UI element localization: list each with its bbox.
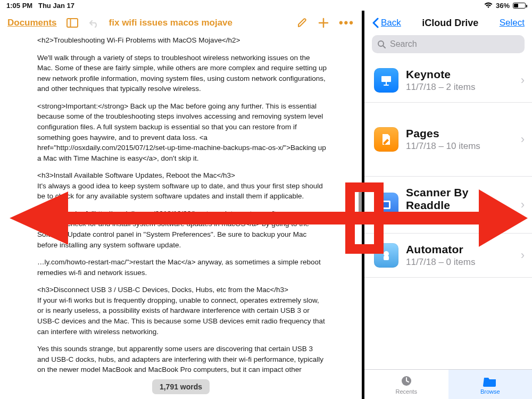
search-icon [377, 40, 386, 48]
search-placeholder: Search [390, 39, 417, 49]
doc-paragraph: You can <a href="http://osxdaily.com/201… [37, 209, 327, 250]
file-item-scanner[interactable]: Scanner By Readdle 11/7/18 – 7 items › [364, 177, 532, 234]
word-count-pill[interactable]: 1,791 words [152, 379, 210, 394]
chevron-right-icon: › [521, 73, 525, 87]
doc-paragraph: <h3>Install Available Software Updates, … [37, 170, 327, 202]
file-name: Keynote [406, 68, 513, 81]
tab-browse[interactable]: Browse [448, 370, 533, 399]
file-meta: 11/7/18 – 7 items [406, 213, 513, 223]
clock-icon [400, 375, 413, 387]
format-brush-icon[interactable] [296, 17, 308, 29]
svg-rect-7 [386, 82, 387, 85]
battery-percent: 36% [496, 2, 510, 10]
file-meta: 11/7/18 – 0 items [406, 257, 513, 268]
status-date: Thu Jan 17 [38, 2, 74, 10]
tab-recents[interactable]: Recents [364, 370, 448, 399]
automator-folder-icon [374, 243, 398, 268]
divider-grabber-icon[interactable] [359, 192, 362, 218]
doc-paragraph: Yes this sounds strange, but apparently … [37, 344, 327, 375]
tab-label: Recents [396, 388, 417, 395]
file-item-keynote[interactable]: Keynote 11/7/18 – 2 items › [364, 59, 532, 103]
doc-paragraph: <h2>Troubleshooting Wi-Fi Problems with … [37, 35, 327, 46]
file-name: Scanner By Readdle [406, 186, 513, 212]
split-view-divider[interactable] [362, 11, 364, 399]
file-item-pages[interactable]: Pages 11/7/18 – 10 items › [364, 103, 532, 177]
add-button-icon[interactable] [318, 17, 329, 29]
document-title[interactable]: fix wifi issues macos mojave [109, 18, 232, 28]
doc-paragraph: <strong>Important:</strong> Back up the … [37, 101, 327, 163]
keynote-folder-icon [374, 68, 398, 93]
svg-rect-8 [384, 85, 389, 86]
file-meta: 11/7/18 – 2 items [406, 82, 513, 93]
svg-rect-6 [381, 76, 391, 82]
doc-paragraph: We'll walk through a variety of steps to… [37, 53, 327, 94]
status-bar: 1:05 PM Thu Jan 17 36% [0, 0, 532, 11]
status-time: 1:05 PM [6, 2, 32, 10]
files-navbar: Back iCloud Drive Select [364, 11, 532, 35]
chevron-right-icon: › [521, 248, 525, 262]
more-menu-icon[interactable]: ••• [339, 16, 354, 30]
undo-icon[interactable] [88, 18, 99, 28]
wifi-icon [484, 2, 493, 9]
chevron-left-icon [372, 18, 379, 28]
files-back-label: Back [381, 18, 401, 28]
word-count-bar: 1,791 words [0, 375, 362, 399]
svg-rect-0 [67, 19, 78, 27]
editor-toolbar: Documents fix wifi issues macos mojave •… [0, 11, 362, 35]
sidebar-toggle-icon[interactable] [66, 18, 78, 28]
back-to-documents-button[interactable]: Documents [7, 18, 57, 28]
doc-paragraph: <h3>Disconnect USB 3 / USB-C Devices, Do… [37, 285, 327, 337]
file-meta: 11/7/18 – 10 items [406, 141, 513, 152]
svg-rect-10 [384, 202, 389, 207]
svg-rect-12 [384, 256, 389, 260]
chevron-right-icon: › [521, 132, 525, 146]
document-body[interactable]: <h2>Troubleshooting Wi-Fi Problems with … [0, 35, 362, 375]
editor-pane: Documents fix wifi issues macos mojave •… [0, 11, 362, 399]
files-search-field[interactable]: Search [372, 35, 525, 53]
files-title: iCloud Drive [422, 18, 478, 29]
doc-paragraph: …ly.com/howto-restart-mac/">restart the … [37, 257, 327, 278]
svg-line-5 [383, 46, 385, 48]
files-list[interactable]: Keynote 11/7/18 – 2 items › Pages 11/7/1… [364, 59, 532, 369]
scanner-folder-icon [374, 193, 398, 217]
pages-folder-icon [374, 127, 398, 152]
tab-label: Browse [480, 388, 500, 395]
files-select-button[interactable]: Select [500, 18, 525, 28]
battery-icon [513, 3, 526, 9]
files-pane: Back iCloud Drive Select Search Keynote … [364, 11, 532, 399]
file-item-automator[interactable]: Automator 11/7/18 – 0 items › [364, 234, 532, 278]
file-name: Automator [406, 243, 513, 256]
file-name: Pages [406, 127, 513, 140]
folder-icon [483, 375, 497, 387]
svg-point-11 [384, 251, 389, 256]
files-back-button[interactable]: Back [372, 18, 401, 28]
chevron-right-icon: › [521, 198, 525, 212]
files-tabbar: Recents Browse [364, 369, 532, 399]
